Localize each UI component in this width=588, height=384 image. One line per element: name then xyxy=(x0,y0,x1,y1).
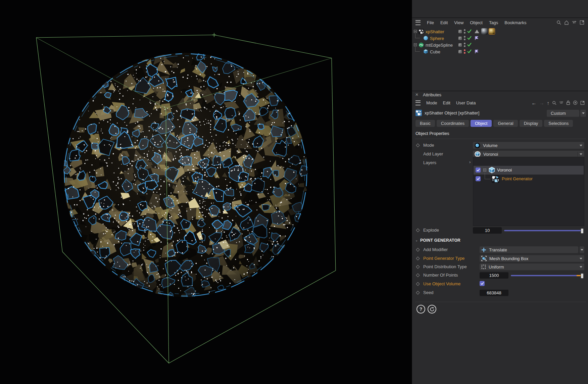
keyframe-diamond-icon[interactable] xyxy=(416,228,420,232)
menu-tags[interactable]: Tags xyxy=(489,20,498,25)
object-row-mtedgespline[interactable]: mtEdgeSpline xyxy=(412,42,588,48)
layer-label[interactable]: Point Generator xyxy=(502,176,533,181)
volume-icon xyxy=(475,143,480,148)
collapse-icon[interactable] xyxy=(414,30,417,33)
tab-display[interactable]: Display xyxy=(520,120,543,127)
forward-arrow-icon[interactable]: → xyxy=(539,100,544,105)
home-icon[interactable] xyxy=(564,20,569,25)
pg-type-dropdown[interactable]: Mesh Bounding Box xyxy=(480,255,584,262)
attributes-toolbar: ← → ↑ xyxy=(532,98,585,107)
add-modifier-dropdown[interactable]: Translate xyxy=(480,246,578,253)
keyframe-diamond-icon[interactable] xyxy=(416,248,420,251)
tab-basic[interactable]: Basic xyxy=(415,120,435,127)
material-tag-silver[interactable] xyxy=(481,28,488,35)
triangle-tag-icon[interactable] xyxy=(475,30,479,33)
reset-button[interactable] xyxy=(428,305,436,314)
object-manager-menu-icon[interactable] xyxy=(415,20,421,25)
object-label[interactable]: Sphere xyxy=(430,36,444,41)
material-tag-gold-selected[interactable] xyxy=(489,28,495,35)
record-icon[interactable] xyxy=(573,100,578,105)
enable-dots[interactable] xyxy=(464,43,466,47)
num-points-input[interactable]: 1500 xyxy=(480,272,508,279)
object-row-sphere[interactable]: Sphere xyxy=(412,35,588,42)
num-points-slider[interactable] xyxy=(511,275,582,276)
menu-edit[interactable]: Edit xyxy=(440,20,448,25)
object-label[interactable]: mtEdgeSpline xyxy=(426,43,453,48)
keyframe-diamond-icon[interactable] xyxy=(416,282,420,286)
keyframe-diamond-icon[interactable] xyxy=(416,291,420,294)
enable-dots[interactable] xyxy=(464,29,466,34)
back-arrow-icon[interactable]: ← xyxy=(532,100,537,105)
filter-icon[interactable] xyxy=(572,20,577,25)
slider-knob[interactable] xyxy=(581,273,584,279)
flag-tag-icon[interactable] xyxy=(475,36,479,40)
mode-dropdown[interactable]: Volume xyxy=(473,142,584,149)
group-point-generator[interactable]: ⌄ POINT GENERATOR xyxy=(412,237,588,244)
edit-toggle-icon[interactable] xyxy=(458,37,462,40)
enabled-check-icon[interactable] xyxy=(467,29,472,33)
menu-user-data[interactable]: User Data xyxy=(456,100,476,105)
menu-bookmarks[interactable]: Bookmarks xyxy=(504,20,526,25)
menu-view[interactable]: View xyxy=(454,20,463,25)
viewport-3d[interactable] xyxy=(0,0,412,384)
object-label[interactable]: Cube xyxy=(430,49,440,54)
pd-type-dropdown[interactable]: Uniform xyxy=(480,263,584,270)
object-row-cube[interactable]: Cube xyxy=(412,48,588,55)
row-pd-type: Point Distribution Type Uniform xyxy=(412,262,588,271)
explode-input[interactable]: 10 xyxy=(473,227,502,234)
filter-icon[interactable] xyxy=(559,101,564,105)
sphere-object-icon xyxy=(423,36,428,41)
seed-input[interactable]: 683848 xyxy=(480,290,508,296)
collapse-icon[interactable] xyxy=(414,43,417,46)
edit-toggle-icon[interactable] xyxy=(458,43,462,47)
chevron-right-icon[interactable]: › xyxy=(469,159,471,164)
close-icon[interactable]: ✕ xyxy=(415,92,419,97)
add-modifier-value: Translate xyxy=(489,247,507,252)
attributes-menu-icon[interactable] xyxy=(415,100,421,105)
add-modifier-menu-button[interactable] xyxy=(580,246,584,253)
layer-checkbox[interactable] xyxy=(476,176,481,181)
edit-toggle-icon[interactable] xyxy=(458,50,462,53)
use-object-volume-checkbox[interactable] xyxy=(480,281,485,286)
keyframe-diamond-icon[interactable] xyxy=(416,265,420,269)
flag-tag-icon[interactable] xyxy=(475,49,479,54)
layers-listbox[interactable]: Voronoi Point Generator xyxy=(473,157,584,226)
preset-select[interactable]: Custom xyxy=(547,110,579,117)
up-arrow-icon[interactable]: ↑ xyxy=(547,100,550,105)
slider-knob[interactable] xyxy=(581,228,584,234)
menu-file[interactable]: File xyxy=(427,20,434,25)
popout-icon[interactable] xyxy=(580,101,585,105)
enabled-check-icon[interactable] xyxy=(467,49,472,53)
tab-object[interactable]: Object xyxy=(471,120,492,127)
tab-coordinates[interactable]: Coordinates xyxy=(437,120,469,127)
object-row-xpshatter[interactable]: xpShatter xyxy=(412,28,588,35)
layer-checkbox[interactable] xyxy=(476,167,481,173)
menu-edit-attr[interactable]: Edit xyxy=(443,100,450,105)
search-icon[interactable] xyxy=(556,20,561,25)
enable-dots[interactable] xyxy=(464,36,466,40)
menu-object[interactable]: Object xyxy=(470,20,483,25)
enabled-check-icon[interactable] xyxy=(467,43,472,47)
section-divider xyxy=(415,139,586,139)
popout-icon[interactable] xyxy=(580,20,584,25)
preset-dropdown-arrow[interactable] xyxy=(580,110,586,117)
keyframe-diamond-icon[interactable] xyxy=(416,143,420,147)
search-icon[interactable] xyxy=(552,101,556,105)
tab-selections[interactable]: Selections xyxy=(544,120,573,127)
add-layer-dropdown[interactable]: Voronoi xyxy=(473,151,584,157)
viewport-canvas[interactable] xyxy=(0,0,412,384)
explode-slider[interactable] xyxy=(504,230,582,231)
layer-label[interactable]: Voronoi xyxy=(497,167,512,173)
lock-icon[interactable] xyxy=(566,100,570,105)
menu-mode[interactable]: Mode xyxy=(426,100,437,105)
keyframe-diamond-icon[interactable] xyxy=(416,256,420,260)
collapse-icon[interactable] xyxy=(483,169,486,172)
help-button[interactable]: ? xyxy=(416,305,425,314)
enabled-check-icon[interactable] xyxy=(467,36,472,40)
edit-toggle-icon[interactable] xyxy=(458,30,462,33)
layer-row-point-generator[interactable]: Point Generator xyxy=(474,175,584,183)
enable-dots[interactable] xyxy=(464,49,466,54)
keyframe-diamond-icon[interactable] xyxy=(416,273,420,277)
tab-general[interactable]: General xyxy=(493,120,518,127)
object-label[interactable]: xpShatter xyxy=(426,29,444,34)
